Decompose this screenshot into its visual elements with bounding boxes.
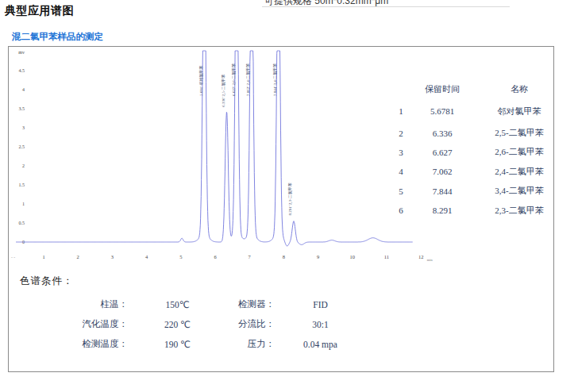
peak-label: 6.627' 2,6-二氯甲苯 xyxy=(231,63,237,96)
condition-label: 检测温度： xyxy=(9,338,128,350)
condition-value: 30:1 xyxy=(275,320,366,329)
cell-index: 6 xyxy=(389,206,413,215)
peak-label: 7.062' 2,4-二氯甲苯 xyxy=(245,63,251,96)
cell-name: 2,5-二氯甲苯 xyxy=(472,127,567,139)
x-tick-label: 4 xyxy=(145,254,148,259)
conditions-row: 检测温度：190 ℃压力：0.04 mpa xyxy=(9,334,374,354)
x-tick-label: 1 xyxy=(42,254,44,259)
peak-table-header: 保留时间名称 xyxy=(389,82,548,96)
page-title: 典型应用谱图 xyxy=(5,4,74,18)
conditions-title: 色谱条件： xyxy=(20,275,74,288)
y-tick-label: 2.5 xyxy=(19,144,25,149)
y-tick-label: 4 xyxy=(22,87,25,92)
y-axis-unit-label: mv xyxy=(18,50,25,55)
x-tick-label: 3 xyxy=(111,254,114,259)
cell-retention: 6.627 xyxy=(413,148,472,157)
x-tick-label: 5 xyxy=(179,254,182,259)
y-tick-label: 1.5 xyxy=(19,183,25,187)
x-tick-label: 10 xyxy=(350,254,356,259)
table-row: 36.6272,6-二氯甲苯 xyxy=(389,143,548,162)
chart-panel: 00.511.522.533.544.5mv123456789101112min… xyxy=(8,46,554,372)
conditions-row: 汽化温度：220 ℃分流比：30:1 xyxy=(9,314,374,334)
cell-retention: 6.336 xyxy=(413,129,472,138)
y-tick-label: 3.5 xyxy=(19,106,25,111)
y-tick-label: 4.5 xyxy=(19,68,25,73)
condition-value: 220 ℃ xyxy=(128,319,227,330)
table-row: 15.6781邻对氯甲苯 xyxy=(389,102,548,121)
chromatogram-trace xyxy=(16,51,413,246)
top-divider xyxy=(262,6,510,7)
cell-name: 2,3-二氯甲苯 xyxy=(472,205,567,217)
table-row: 57.8443,4-二氯甲苯 xyxy=(389,182,548,201)
condition-label: 汽化温度： xyxy=(9,318,128,330)
cell-index: 1 xyxy=(389,106,413,116)
cell-index: 2 xyxy=(389,129,413,138)
subtitle-link[interactable]: 混二氯甲苯样品的测定 xyxy=(12,31,103,43)
x-tick-label: 7 xyxy=(249,254,252,259)
peak-label: 6.336' 2,5-二氯甲苯 xyxy=(221,74,226,106)
cell-name: 3,4-二氯甲苯 xyxy=(472,185,567,197)
cell-name: 邻对氯甲苯 xyxy=(472,106,567,117)
y-tick-label: 3 xyxy=(22,125,25,130)
cell-index: 3 xyxy=(389,148,413,157)
peak-table: 保留时间名称15.6781邻对氯甲苯26.3362,5-二氯甲苯36.6272,… xyxy=(389,82,548,220)
conditions-table: 柱温：150℃检测器：FID汽化温度：220 ℃分流比：30:1检测温度：190… xyxy=(9,294,374,354)
header-retention: 保留时间 xyxy=(413,83,472,95)
condition-value: 150℃ xyxy=(128,299,227,310)
x-axis-unit-label: min xyxy=(427,258,434,262)
conditions-row: 柱温：150℃检测器：FID xyxy=(9,294,374,314)
cell-retention: 8.291 xyxy=(413,206,472,215)
x-tick-label: 2 xyxy=(77,254,79,259)
peak-label: 8.291' 2,3-二氯甲苯 xyxy=(287,183,293,215)
x-tick-label: 6 xyxy=(214,254,217,259)
table-row: 47.0622,4-二氯甲苯 xyxy=(389,162,548,181)
x-tick-label: 11 xyxy=(384,254,389,259)
peak-label: 7.844' 3,4-二氯甲苯 xyxy=(272,63,278,96)
axis-origin-marks: - - xyxy=(11,255,15,259)
cell-name: 2,6-二氯甲苯 xyxy=(472,146,567,158)
condition-value: 190 ℃ xyxy=(128,339,227,350)
condition-value: 0.04 mpa xyxy=(275,340,366,349)
condition-value: FID xyxy=(275,300,366,309)
cell-name: 2,4-二氯甲苯 xyxy=(472,166,567,178)
y-tick-label: 1 xyxy=(22,202,25,206)
y-tick-label: 2 xyxy=(22,163,25,168)
table-row: 68.2912,3-二氯甲苯 xyxy=(389,201,548,220)
x-tick-label: 8 xyxy=(283,254,285,259)
cell-retention: 5.6781 xyxy=(413,106,472,116)
table-row: 26.3362,5-二氯甲苯 xyxy=(389,123,548,142)
top-right-clipped-text: 可提供规格 50m*0.32mm*μm xyxy=(264,0,447,6)
header-name: 名称 xyxy=(472,83,567,95)
x-tick-label: 9 xyxy=(317,254,319,259)
condition-label: 柱温： xyxy=(9,298,128,310)
peak-label: 5.681' 邻对氯甲苯 xyxy=(198,66,204,96)
cell-index: 5 xyxy=(389,186,413,196)
condition-label: 分流比： xyxy=(227,318,275,330)
condition-label: 检测器： xyxy=(227,298,275,310)
cell-index: 4 xyxy=(389,167,413,176)
cell-retention: 7.844 xyxy=(413,186,472,196)
condition-label: 压力： xyxy=(227,338,275,350)
y-tick-label: 0.5 xyxy=(19,221,25,225)
x-tick-label: 12 xyxy=(418,254,424,259)
cell-retention: 7.062 xyxy=(413,167,472,176)
